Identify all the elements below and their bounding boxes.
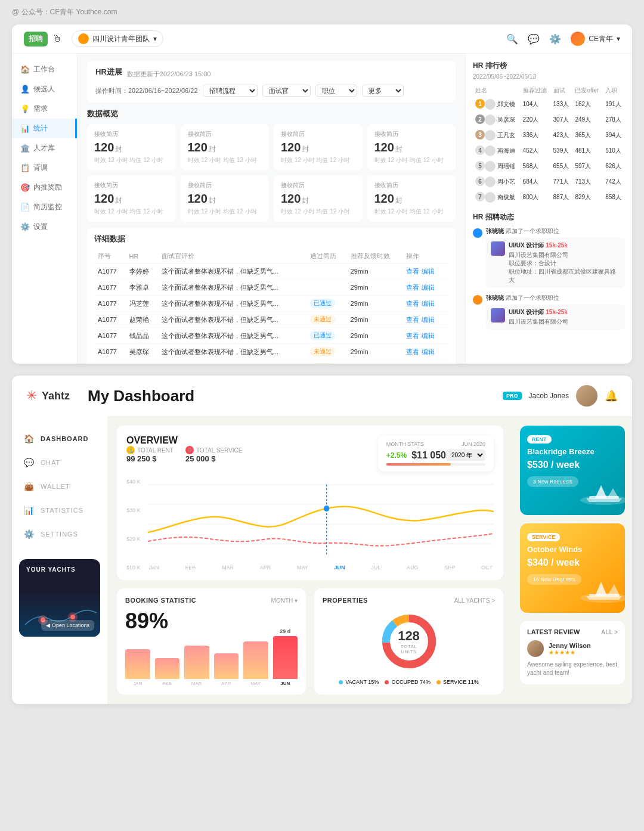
booking-subtitle[interactable]: MONTH ▾	[271, 597, 298, 604]
overview-title: OVERVIEW	[126, 435, 242, 446]
hr-topbar-icons: 🔍 💬 ⚙️ CE青年 ▾	[506, 32, 620, 46]
user-avatar	[571, 32, 585, 46]
sidebar-item-settings[interactable]: ⚙️ 设置	[12, 217, 77, 237]
yahtz-logo-icon: ✳	[26, 388, 37, 404]
chart-svg	[148, 479, 494, 562]
service-requests-button[interactable]: 15 New Requests	[527, 574, 581, 585]
review-header: LATEST REVIEW ALL >	[527, 628, 618, 635]
sidebar-item-requirements[interactable]: 💡 需求	[12, 99, 77, 119]
rank-title: HR 排行榜	[473, 61, 625, 71]
activity-item-2: 张晓晓 添加了一个求职职位 UI/UX 设计师 15k-25k 四川设艺集团有限…	[473, 294, 625, 330]
job-card-2: UI/UX 设计师 15k-25k 四川设艺集团有限公司	[486, 305, 625, 330]
user-dropdown-icon: ▾	[617, 35, 620, 43]
rank-row: 5周瑶锤 568人655人597人626人	[473, 159, 625, 174]
col-id: 序号	[94, 249, 126, 263]
hr-user-menu[interactable]: CE青年 ▾	[571, 32, 620, 46]
yahtz-main-content: OVERVIEW ⚓ TOTAL RENT 99 250 $	[107, 416, 513, 704]
bulb-icon: 💡	[20, 104, 30, 113]
bar-jun-fill	[273, 636, 298, 679]
yahtz-user-section: PRO Jacob Jones 🔔	[503, 385, 618, 407]
sidebar-item-dashboard[interactable]: 🏠 DASHBOARD	[12, 428, 107, 449]
review-card: LATEST REVIEW ALL > Jenny Wilson ★★★★★ A…	[520, 621, 625, 684]
detail-section-title: 详细数据	[94, 234, 448, 244]
activity-icon-blue	[473, 228, 482, 238]
booking-header: BOOKING STATISTIC MONTH ▾	[125, 597, 298, 604]
cursor-icon: 🖱	[52, 33, 62, 44]
occupied-dot	[385, 680, 389, 684]
all-yachts-link[interactable]: ALL YACHTS >	[454, 597, 495, 604]
content-subtitle: 数据更新于2022/06/23 15:00	[127, 70, 211, 79]
hr-dashboard-panel: 招聘 🖱 四川设计青年团队 ▾ 🔍 💬 ⚙️ CE青年 ▾ 🏠 工作台	[12, 24, 632, 364]
watermark: @ 公众号：CE青年 Youthce.com	[0, 0, 644, 24]
properties-header: PROPERTIES ALL YACHTS >	[323, 597, 495, 604]
sidebar-item-resume-monitor[interactable]: 📄 简历监控	[12, 197, 77, 217]
settings-icon: ⚙️	[24, 529, 35, 539]
sidebar-item-background[interactable]: 📋 背调	[12, 158, 77, 178]
open-locations-button[interactable]: ◀ Open Locations	[41, 620, 94, 631]
message-icon[interactable]: 💬	[528, 33, 540, 45]
overview-header: OVERVIEW ⚓ TOTAL RENT 99 250 $	[126, 435, 494, 472]
hr-org-selector[interactable]: 四川设计青年团队 ▾	[72, 30, 163, 47]
table-row: A1077 李雅卓 这个面试者整体表现不错，但缺乏男气... 29min 查看编…	[94, 280, 448, 296]
month-stats-card: MONTH STATS JUN 2020 +2.5% $11 050 2020 …	[378, 435, 494, 472]
rent-card-bg: RENT Blackridge Breeze $530 / week 3 New…	[520, 426, 625, 515]
sidebar-item-candidates[interactable]: 👤 候选人	[12, 79, 77, 99]
rent-requests-button[interactable]: 3 New Requests	[527, 476, 578, 487]
hr-logo: 招聘	[24, 32, 48, 46]
month-amount: $11 050	[411, 450, 446, 461]
stats-section-title: 数据概览	[87, 108, 456, 119]
service-yacht-card: SERVICE October Winds $340 / week 15 New…	[520, 523, 625, 613]
review-user: Jenny Wilson ★★★★★	[527, 640, 618, 657]
sidebar-item-stats[interactable]: 📊 统计	[12, 119, 77, 138]
service-icon: ⚙	[185, 446, 194, 454]
filter-position[interactable]: 职位	[315, 85, 357, 97]
settings-icon[interactable]: ⚙️	[549, 33, 561, 45]
chart-x-labels: JAN FEB MAR APR MAY JUN JUL AUG SEP OCT	[148, 565, 494, 570]
bell-icon[interactable]: 🔔	[605, 389, 618, 402]
chart-y-labels: $40 K $30 K $20 K $10 K	[126, 479, 141, 570]
review-text: Awesome sailing experience, best yacht a…	[527, 661, 618, 677]
total-units-number: 128	[392, 628, 425, 644]
filter-interviewer[interactable]: 面试官	[262, 85, 311, 97]
sidebar-item-wallet[interactable]: 👜 WALLET	[12, 476, 107, 497]
rank-row: 1郑文镜 104人133人162人191人	[473, 97, 625, 112]
line-chart-container: $40 K $30 K $20 K $10 K	[126, 479, 494, 570]
bar-may-fill	[243, 641, 268, 679]
your-yachts-map: YOUR YACHTS ◀ Open Locations	[19, 559, 100, 637]
review-all-link[interactable]: ALL >	[601, 629, 618, 635]
hr-filters: 操作时间：2022/06/16~2022/06/22 招聘流程 面试官 职位 更…	[95, 85, 447, 97]
service-yacht-name: October Winds	[527, 545, 618, 555]
sidebar-item-talent[interactable]: 🏛️ 人才库	[12, 138, 77, 158]
bar-may: MAY	[243, 641, 268, 686]
sidebar-item-settings[interactable]: ⚙️ SETTINGS	[12, 523, 107, 545]
service-badge: SERVICE	[527, 533, 560, 541]
detail-table: 序号 HR 面试官评价 通过简历 推荐反馈时效 操作 A1077 李婷婷 这个面	[94, 249, 448, 364]
hr-detail-section: 详细数据 序号 HR 面试官评价 通过简历 推荐反馈时效 操作	[87, 228, 456, 364]
year-select[interactable]: 2020 年	[446, 449, 485, 461]
total-rent-stat: ⚓ TOTAL RENT 99 250 $	[126, 446, 174, 463]
page-title: My Dashboard	[88, 387, 503, 405]
database-icon: 🏛️	[20, 144, 30, 153]
filter-more[interactable]: 更多	[362, 85, 404, 97]
stat-card-7: 接收简历 120封 时效 12 小时 均值 12 小时	[274, 175, 363, 222]
properties-card: PROPERTIES ALL YACHTS >	[314, 588, 503, 694]
yahtz-sidebar: 🏠 DASHBOARD 💬 CHAT 👜 WALLET 📊 STATISTICS…	[12, 416, 107, 704]
sidebar-item-chat[interactable]: 💬 CHAT	[12, 452, 107, 473]
clipboard-icon: 📋	[20, 163, 30, 172]
org-dropdown-icon: ▾	[153, 35, 157, 43]
booking-card: BOOKING STATISTIC MONTH ▾ 89% JAN FEB	[117, 588, 306, 694]
donut-chart-container: 128 TOTAL UNITS VACANT 15% OCCUP	[323, 609, 495, 685]
bar-mar: MAR	[184, 646, 209, 686]
search-icon[interactable]: 🔍	[506, 33, 518, 45]
sidebar-item-statistics[interactable]: 📊 STATISTICS	[12, 500, 107, 521]
filter-process[interactable]: 招聘流程	[203, 85, 258, 97]
bar-jun: 29 d JUN	[273, 628, 298, 686]
statistics-icon: 📊	[24, 506, 35, 515]
yahtz-layout: 🏠 DASHBOARD 💬 CHAT 👜 WALLET 📊 STATISTICS…	[12, 416, 632, 704]
sidebar-item-workbench[interactable]: 🏠 工作台	[12, 60, 77, 79]
rent-badge: RENT	[527, 435, 552, 444]
bar-jan: JAN	[125, 649, 150, 686]
total-service-stat: ⚙ TOTAL SERVICE 25 000 $	[185, 446, 242, 463]
sidebar-item-referral[interactable]: 🎯 内推奖励	[12, 178, 77, 197]
table-row: A1077 吴彦琛 这个面试者整体表现不错，但缺乏男气... 未通过 29min…	[94, 344, 448, 360]
